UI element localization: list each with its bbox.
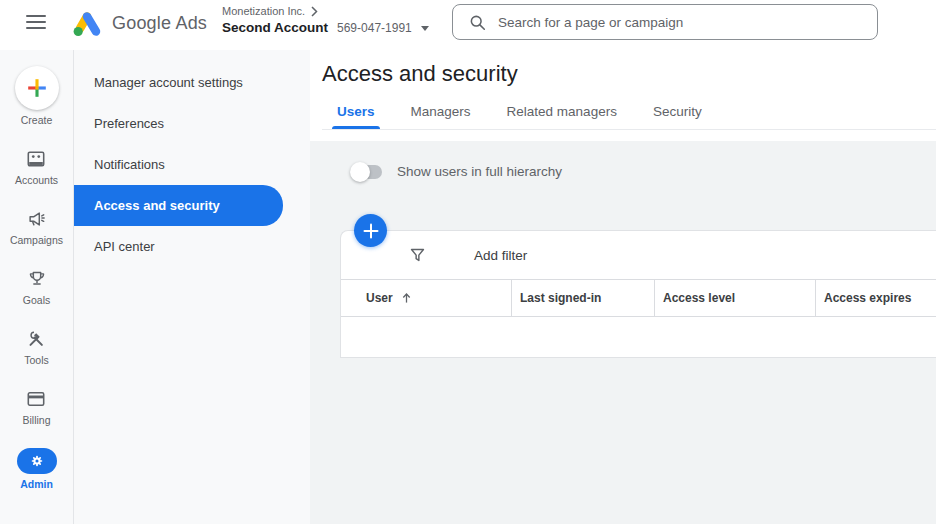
product-name: Google Ads [112,13,207,34]
account-name: Second Account [222,20,328,35]
gear-icon [29,453,45,469]
chevron-down-icon [421,26,429,31]
sidebar-item-access-and-security[interactable]: Access and security [74,185,283,226]
sidebar-item-api-center[interactable]: API center [74,226,310,267]
search-input[interactable] [498,15,865,30]
google-ads-logo-icon [72,10,102,42]
plus-multicolor-icon [26,77,48,99]
search-icon [469,14,486,31]
page-title: Access and security [322,50,936,87]
navigation-rail: Create Accounts Campaigns [0,50,74,524]
toggle-label: Show users in full hierarchy [397,164,562,179]
account-switcher[interactable]: Monetization Inc. Second Account 569-047… [222,5,429,35]
filter-row: Add filter [341,231,936,280]
rail-item-label: Admin [20,478,53,490]
add-filter-button[interactable]: Add filter [474,248,527,263]
plus-icon [363,223,379,239]
top-bar: Google Ads Monetization Inc. Second Acco… [0,0,936,50]
rail-item-label: Billing [22,414,50,426]
toggle-switch-off[interactable] [352,165,382,179]
tab-managers[interactable]: Managers [406,96,476,129]
hierarchy-toggle[interactable]: Show users in full hierarchy [352,164,562,179]
tools-icon [25,328,47,350]
rail-item-goals[interactable]: Goals [23,268,50,306]
column-header-last-signed-in[interactable]: Last signed-in [511,280,654,316]
chevron-right-icon [311,6,318,17]
rail-item-tools[interactable]: Tools [24,328,49,366]
settings-sidebar: Manager account settings Preferences Not… [74,50,310,524]
main-panel: Access and security Users Managers Relat… [310,50,936,524]
add-user-button[interactable] [354,214,387,247]
column-header-access-expires[interactable]: Access expires [815,280,936,316]
filter-button[interactable] [409,247,426,264]
credit-card-icon [25,388,47,410]
table-header-row: User Last signed-in Access level Access … [341,280,936,316]
rail-item-label: Goals [23,294,50,306]
tab-security[interactable]: Security [648,96,707,129]
tab-users[interactable]: Users [332,96,380,129]
sidebar-item-preferences[interactable]: Preferences [74,103,310,144]
rail-item-label: Create [21,114,53,126]
empty-table-body [341,316,936,357]
rail-item-label: Campaigns [10,234,63,246]
admin-selected-pill [17,448,57,474]
tab-bar: Users Managers Related managers Security [322,96,936,130]
google-ads-app: Google Ads Monetization Inc. Second Acco… [0,0,936,524]
account-id: 569-047-1991 [337,21,412,35]
column-header-user[interactable]: User [341,280,511,316]
rail-item-admin[interactable]: Admin [17,448,57,490]
rail-item-label: Tools [24,354,49,366]
content-area: Show users in full hierarchy Add filter [310,141,936,524]
sidebar-item-manager-account-settings[interactable]: Manager account settings [74,62,310,103]
rail-item-label: Accounts [15,174,58,186]
trophy-icon [26,268,48,290]
accounts-icon [25,148,47,170]
search-box[interactable] [452,4,878,40]
parent-account-label: Monetization Inc. [222,5,305,17]
rail-item-accounts[interactable]: Accounts [15,148,58,186]
menu-icon[interactable] [26,15,46,29]
megaphone-icon [26,208,48,230]
rail-item-campaigns[interactable]: Campaigns [10,208,63,246]
rail-item-billing[interactable]: Billing [22,388,50,426]
main-header: Access and security Users Managers Relat… [310,50,936,141]
tab-related-managers[interactable]: Related managers [502,96,622,129]
filter-funnel-icon [409,247,426,264]
create-button[interactable]: Create [15,66,59,126]
sidebar-item-notifications[interactable]: Notifications [74,144,310,185]
users-table-card: Add filter User Last signed-in Access le… [340,230,936,358]
sort-ascending-icon [401,292,412,304]
column-header-access-level[interactable]: Access level [654,280,815,316]
